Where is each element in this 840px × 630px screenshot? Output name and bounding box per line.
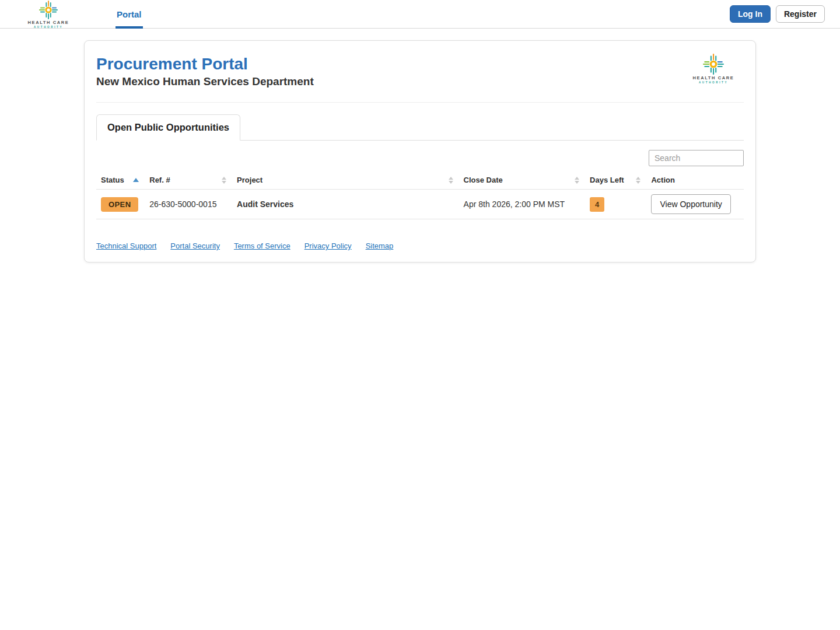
status-badge: OPEN: [101, 197, 138, 212]
sort-ascending-icon[interactable]: [133, 178, 139, 182]
days-left-badge: 4: [590, 197, 604, 212]
view-opportunity-button[interactable]: View Opportunity: [651, 194, 730, 214]
column-header-ref[interactable]: Ref. #: [145, 171, 232, 190]
sort-icon[interactable]: [222, 177, 226, 184]
column-label: Days Left: [590, 176, 624, 184]
logo-text-line2: AUTHORITY: [34, 26, 63, 29]
link-sitemap[interactable]: Sitemap: [366, 242, 394, 250]
nav-tab-portal[interactable]: Portal: [117, 0, 142, 29]
column-header-days-left[interactable]: Days Left: [585, 171, 646, 190]
link-terms-of-service[interactable]: Terms of Service: [234, 242, 290, 250]
cell-close-date: Apr 8th 2026, 2:00 PM MST: [459, 190, 585, 219]
search-row: [96, 150, 744, 166]
footer-links: Technical Support Portal Security Terms …: [96, 242, 744, 250]
column-header-status[interactable]: Status: [96, 171, 145, 190]
cell-days-left: 4: [585, 190, 646, 219]
logo-text-line2: AUTHORITY: [699, 81, 728, 84]
logo-text-line1: HEALTH CARE: [693, 75, 734, 80]
tab-open-public-opportunities[interactable]: Open Public Opportunities: [96, 114, 240, 141]
column-header-close-date[interactable]: Close Date: [459, 171, 585, 190]
tab-bar: Open Public Opportunities: [96, 114, 744, 141]
top-navbar: HEALTH CARE AUTHORITY Portal Log In Regi…: [0, 0, 840, 29]
link-portal-security[interactable]: Portal Security: [170, 242, 220, 250]
zia-sun-icon: [700, 54, 727, 75]
column-header-project[interactable]: Project: [232, 171, 459, 190]
cell-action: View Opportunity: [646, 190, 744, 219]
logo-text-line1: HEALTH CARE: [28, 20, 69, 25]
register-button[interactable]: Register: [776, 5, 825, 23]
column-label: Ref. #: [149, 176, 170, 184]
page-subtitle: New Mexico Human Services Department: [96, 75, 314, 88]
nav-portal-label: Portal: [117, 9, 142, 19]
card-title-block: Procurement Portal New Mexico Human Serv…: [96, 52, 314, 96]
sort-icon[interactable]: [636, 177, 640, 184]
column-label: Action: [651, 176, 674, 184]
column-label: Status: [101, 176, 124, 184]
table-row: OPEN 26-630-5000-0015 Audit Services Apr…: [96, 190, 744, 219]
procurement-portal-card: Procurement Portal New Mexico Human Serv…: [84, 40, 756, 262]
health-care-authority-logo: HEALTH CARE AUTHORITY: [24, 1, 73, 29]
column-label: Project: [237, 176, 262, 184]
zia-sun-icon: [37, 1, 60, 19]
link-privacy-policy[interactable]: Privacy Policy: [304, 242, 352, 250]
health-care-authority-logo-card: HEALTH CARE AUTHORITY: [689, 54, 738, 84]
link-technical-support[interactable]: Technical Support: [96, 242, 156, 250]
header-divider: [96, 102, 744, 103]
sort-icon[interactable]: [449, 177, 453, 184]
page-title: Procurement Portal: [96, 55, 314, 74]
search-input[interactable]: [649, 150, 744, 166]
login-button[interactable]: Log In: [730, 5, 771, 23]
table-header-row: Status Ref. # Project: [96, 171, 744, 190]
cell-ref: 26-630-5000-0015: [145, 190, 232, 219]
cell-status: OPEN: [96, 190, 145, 219]
nav-portal-active-underline: [116, 26, 143, 29]
column-label: Close Date: [464, 176, 503, 184]
column-header-action: Action: [646, 171, 744, 190]
cell-project: Audit Services: [232, 190, 459, 219]
opportunities-table: Status Ref. # Project: [96, 171, 744, 219]
card-header: Procurement Portal New Mexico Human Serv…: [96, 52, 744, 96]
sort-icon[interactable]: [575, 177, 579, 184]
